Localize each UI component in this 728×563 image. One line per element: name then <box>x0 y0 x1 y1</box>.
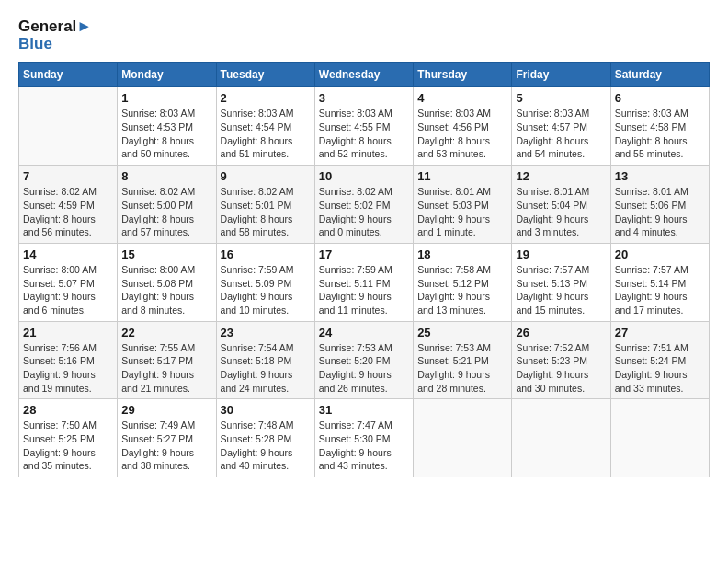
calendar-cell: 28Sunrise: 7:50 AMSunset: 5:25 PMDayligh… <box>19 399 118 477</box>
day-info: Sunset: 5:18 PM <box>221 354 311 368</box>
day-info: Daylight: 9 hours and 10 minutes. <box>221 290 311 316</box>
day-info: Sunrise: 8:03 AM <box>121 107 211 121</box>
day-info: Sunset: 5:23 PM <box>516 354 606 368</box>
day-info: Daylight: 9 hours and 4 minutes. <box>615 213 705 239</box>
header-day-monday: Monday <box>118 63 216 87</box>
calendar-cell: 16Sunrise: 7:59 AMSunset: 5:09 PMDayligh… <box>216 243 314 321</box>
calendar-cell: 5Sunrise: 8:03 AMSunset: 4:57 PMDaylight… <box>512 87 610 166</box>
day-info: Daylight: 9 hours and 40 minutes. <box>221 446 311 473</box>
calendar-cell: 3Sunrise: 8:03 AMSunset: 4:55 PMDaylight… <box>314 87 413 166</box>
calendar-cell: 1Sunrise: 8:03 AMSunset: 4:53 PMDaylight… <box>118 87 216 166</box>
day-info: Daylight: 8 hours and 57 minutes. <box>121 213 211 239</box>
calendar-cell: 21Sunrise: 7:56 AMSunset: 5:16 PMDayligh… <box>19 321 118 399</box>
day-number: 16 <box>221 247 311 261</box>
day-info: Daylight: 8 hours and 53 minutes. <box>417 134 507 161</box>
header-day-wednesday: Wednesday <box>314 63 413 87</box>
day-info: Sunset: 5:12 PM <box>417 277 507 291</box>
day-info: Daylight: 8 hours and 50 minutes. <box>121 134 211 161</box>
day-info: Sunset: 5:07 PM <box>23 277 113 291</box>
day-number: 19 <box>516 247 606 261</box>
day-info: Daylight: 9 hours and 38 minutes. <box>121 446 211 473</box>
day-number: 2 <box>221 91 311 105</box>
day-info: Sunrise: 7:59 AM <box>319 263 409 277</box>
week-row-4: 21Sunrise: 7:56 AMSunset: 5:16 PMDayligh… <box>19 321 710 399</box>
day-info: Daylight: 9 hours and 33 minutes. <box>615 368 705 395</box>
calendar-cell: 19Sunrise: 7:57 AMSunset: 5:13 PMDayligh… <box>512 243 610 321</box>
calendar-cell: 6Sunrise: 8:03 AMSunset: 4:58 PMDaylight… <box>610 87 709 166</box>
day-info: Daylight: 9 hours and 13 minutes. <box>417 290 507 316</box>
day-number: 21 <box>23 326 113 339</box>
header-day-tuesday: Tuesday <box>216 63 314 87</box>
calendar-cell: 24Sunrise: 7:53 AMSunset: 5:20 PMDayligh… <box>314 321 413 399</box>
calendar-cell: 31Sunrise: 7:47 AMSunset: 5:30 PMDayligh… <box>314 399 413 477</box>
calendar-cell: 25Sunrise: 7:53 AMSunset: 5:21 PMDayligh… <box>414 321 512 399</box>
day-info: Daylight: 9 hours and 35 minutes. <box>23 446 113 473</box>
day-info: Sunrise: 7:55 AM <box>121 341 211 355</box>
day-info: Daylight: 8 hours and 54 minutes. <box>516 134 606 161</box>
calendar-cell: 14Sunrise: 8:00 AMSunset: 5:07 PMDayligh… <box>19 243 118 321</box>
day-number: 14 <box>23 247 113 261</box>
day-info: Sunrise: 7:53 AM <box>319 341 409 355</box>
calendar-header-row: SundayMondayTuesdayWednesdayThursdayFrid… <box>19 63 710 87</box>
day-info: Sunset: 4:57 PM <box>516 121 606 134</box>
logo: General► Blue <box>18 18 92 52</box>
day-info: Sunset: 4:59 PM <box>23 199 113 213</box>
day-number: 28 <box>23 403 113 417</box>
day-info: Daylight: 9 hours and 26 minutes. <box>319 368 409 395</box>
calendar-cell <box>512 399 610 477</box>
day-number: 15 <box>121 247 211 261</box>
day-info: Sunset: 5:17 PM <box>121 354 211 368</box>
week-row-2: 7Sunrise: 8:02 AMSunset: 4:59 PMDaylight… <box>19 166 710 244</box>
header-day-friday: Friday <box>512 63 610 87</box>
day-info: Sunrise: 8:02 AM <box>121 185 211 199</box>
day-number: 31 <box>319 403 409 417</box>
day-info: Daylight: 9 hours and 11 minutes. <box>319 290 409 316</box>
week-row-3: 14Sunrise: 8:00 AMSunset: 5:07 PMDayligh… <box>19 243 710 321</box>
day-number: 26 <box>516 326 606 339</box>
day-info: Sunrise: 8:01 AM <box>615 185 705 199</box>
day-info: Daylight: 8 hours and 51 minutes. <box>221 134 311 161</box>
day-info: Sunset: 5:04 PM <box>516 199 606 213</box>
day-info: Daylight: 9 hours and 19 minutes. <box>23 368 113 395</box>
day-info: Sunrise: 7:54 AM <box>221 341 311 355</box>
day-info: Sunrise: 8:01 AM <box>516 185 606 199</box>
calendar-cell: 27Sunrise: 7:51 AMSunset: 5:24 PMDayligh… <box>610 321 709 399</box>
day-number: 17 <box>319 247 409 261</box>
day-info: Daylight: 9 hours and 21 minutes. <box>121 368 211 395</box>
day-info: Sunrise: 8:02 AM <box>319 185 409 199</box>
day-number: 12 <box>516 169 606 183</box>
page-header: General► Blue <box>18 18 710 52</box>
day-number: 4 <box>417 91 507 105</box>
day-info: Sunset: 5:25 PM <box>23 432 113 446</box>
day-info: Sunset: 5:06 PM <box>615 199 705 213</box>
day-info: Sunrise: 8:03 AM <box>615 107 705 121</box>
day-number: 13 <box>615 169 705 183</box>
day-info: Sunset: 4:53 PM <box>121 121 211 134</box>
week-row-1: 1Sunrise: 8:03 AMSunset: 4:53 PMDaylight… <box>19 87 710 166</box>
calendar-cell: 2Sunrise: 8:03 AMSunset: 4:54 PMDaylight… <box>216 87 314 166</box>
day-info: Daylight: 9 hours and 24 minutes. <box>221 368 311 395</box>
day-info: Sunrise: 8:00 AM <box>121 263 211 277</box>
day-number: 7 <box>23 169 113 183</box>
calendar-cell: 13Sunrise: 8:01 AMSunset: 5:06 PMDayligh… <box>610 166 709 244</box>
day-info: Sunset: 4:55 PM <box>319 121 409 134</box>
day-number: 29 <box>121 403 211 417</box>
day-info: Sunrise: 8:03 AM <box>221 107 311 121</box>
calendar-cell <box>414 399 512 477</box>
day-info: Sunrise: 8:03 AM <box>319 107 409 121</box>
day-info: Sunset: 5:08 PM <box>121 277 211 291</box>
day-number: 18 <box>417 247 507 261</box>
day-number: 1 <box>121 91 211 105</box>
day-info: Daylight: 8 hours and 55 minutes. <box>615 134 705 161</box>
day-number: 9 <box>221 169 311 183</box>
day-info: Sunrise: 7:56 AM <box>23 341 113 355</box>
day-info: Sunset: 4:56 PM <box>417 121 507 134</box>
day-info: Daylight: 9 hours and 17 minutes. <box>615 290 705 316</box>
calendar-cell: 17Sunrise: 7:59 AMSunset: 5:11 PMDayligh… <box>314 243 413 321</box>
calendar-cell: 8Sunrise: 8:02 AMSunset: 5:00 PMDaylight… <box>118 166 216 244</box>
day-info: Daylight: 9 hours and 6 minutes. <box>23 290 113 316</box>
day-info: Daylight: 8 hours and 58 minutes. <box>221 213 311 239</box>
calendar-cell: 29Sunrise: 7:49 AMSunset: 5:27 PMDayligh… <box>118 399 216 477</box>
day-info: Sunrise: 8:02 AM <box>221 185 311 199</box>
calendar-cell: 26Sunrise: 7:52 AMSunset: 5:23 PMDayligh… <box>512 321 610 399</box>
